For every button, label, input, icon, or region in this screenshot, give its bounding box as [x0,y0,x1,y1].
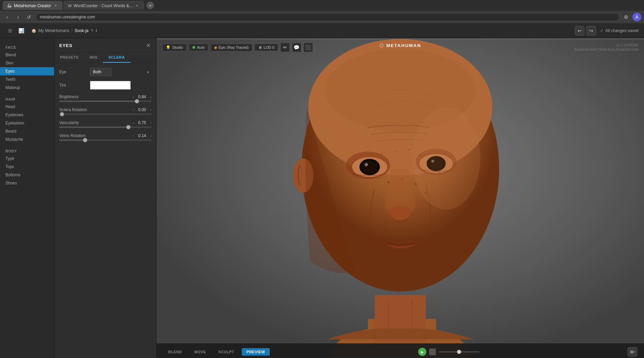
sclera-rotation-increase[interactable]: › [150,108,152,112]
studio-button[interactable]: 💡 Studio [162,44,187,51]
tab-close-button-2[interactable]: ✕ [135,3,139,8]
veins-rotation-track[interactable] [59,139,152,141]
vascularity-decrease[interactable]: ‹ [133,121,134,125]
svg-point-29 [412,107,481,210]
brightness-increase[interactable]: › [150,95,152,99]
tab-label-2: WordCounter - Count Words &... [74,3,132,8]
brightness-track[interactable] [59,101,152,102]
edit-icon[interactable]: ✎ [91,28,94,33]
preview-tab[interactable]: PREVIEW [242,348,270,356]
header-right: ↩ ↪ ✓ All changes saved [575,26,639,35]
sidebar-section-body: BODY [0,146,54,154]
tint-row: Tint [59,81,152,90]
sclera-rotation-label: Sclera Rotation [59,107,87,112]
strip-btn-chart[interactable]: 📊 [16,26,26,35]
tab-wordcounter[interactable]: W WordCounter - Count Words &... ✕ [64,1,144,10]
auto-button[interactable]: Auto [189,44,208,51]
sclera-rotation-track[interactable] [59,114,152,115]
panel-body: Eye Both Left Right Tint Brightness [54,63,156,151]
undo-button[interactable]: ↩ [575,26,584,35]
back-button[interactable]: ‹ [3,13,12,21]
sidebar-item-shoes[interactable]: Shoes [0,179,54,187]
image-icon: ⬛ [305,45,311,50]
veins-rotation-increase[interactable]: › [150,134,152,138]
svg-point-18 [402,178,403,180]
new-tab-button[interactable]: + [146,2,154,9]
strip-btn-grid[interactable]: ⊞ [5,26,15,35]
save-check-icon: ✓ [600,28,603,33]
panel-close-button[interactable]: ✕ [145,42,152,49]
hash-label: 8a245cd4-6e97-058b-8c2e-9cda03b22cbb [574,48,639,51]
stop-button[interactable] [429,348,436,355]
reload-button[interactable]: ↺ [25,13,33,21]
vascularity-increase[interactable]: › [150,121,152,125]
sidebar-item-skin[interactable]: Skin [0,59,54,67]
forward-button[interactable]: › [14,13,22,21]
tab-close-button[interactable]: ✕ [53,3,58,8]
tint-label: Tint [59,83,90,88]
redo-button[interactable]: ↪ [586,26,596,35]
profile-button[interactable]: A [632,13,641,21]
app-header: ⊞ 📊 🏠 My MetaHumans / Sook-ja ✎ ℹ ↩ ↪ ✓ … [0,23,644,38]
sidebar-item-makeup[interactable]: Makeup [0,84,54,92]
eye-select[interactable]: Both Left Right [90,68,111,76]
sidebar-item-bottoms[interactable]: Bottoms [0,171,54,179]
lod-button[interactable]: 🖥 LOD 0 [254,44,278,51]
address-bar[interactable] [35,13,619,21]
tab-iris[interactable]: IRIS [84,53,103,63]
sclera-rotation-decrease[interactable]: ‹ [133,108,134,112]
sidebar-item-eyelashes[interactable]: Eyelashes [0,119,54,127]
timeline-track[interactable] [439,351,480,353]
vascularity-controls: ‹ 0.75 › [133,120,152,125]
vascularity-track[interactable] [59,126,152,128]
viewport: 💡 Studio Auto ◆ Epic (Ray Traced) 🖥 LOD … [157,39,644,358]
studio-icon: 💡 [166,45,171,50]
chat-tool-button[interactable]: 💬 [292,43,301,52]
blend-tab[interactable]: BLEND [163,348,187,356]
breadcrumb-current: Sook-ja [75,28,89,33]
info-icon[interactable]: ℹ [96,28,97,33]
breadcrumb-home-icon: 🏠 [31,28,36,33]
breadcrumb-separator: / [72,28,73,33]
brightness-decrease[interactable]: ‹ [133,95,134,99]
svg-point-23 [408,149,410,151]
svg-point-17 [387,181,389,183]
sidebar-item-type[interactable]: Type [0,154,54,163]
tab-sclera[interactable]: SCLERA [103,53,130,63]
sidebar-item-beard[interactable]: Beard [0,127,54,135]
sclera-rotation-value: 0.00 [136,107,148,112]
breadcrumb-home-link[interactable]: My MetaHumans [38,28,69,33]
play-button[interactable]: ▶ [418,348,426,356]
tint-color-swatch[interactable] [90,81,131,90]
sidebar-item-mustache[interactable]: Mustache [0,135,54,144]
pencil-tool-button[interactable]: ✏ [280,43,290,52]
vascularity-value: 0.75 [136,120,148,125]
chat-icon: 💬 [294,45,299,50]
tab-presets[interactable]: PRESETS [54,53,84,63]
viewport-toolbar: 💡 Studio Auto ◆ Epic (Ray Traced) 🖥 LOD … [157,43,644,52]
sculpt-tab[interactable]: SCULPT [214,348,239,356]
sidebar-item-teeth[interactable]: Teeth [0,75,54,84]
sidebar-item-tops[interactable]: Tops [0,163,54,171]
image-tool-button[interactable]: ⬛ [303,43,313,52]
layout-button[interactable]: ⊞ ▾ [628,347,637,357]
viewport-info: v2.2.10246002 8a245cd4-6e97-058b-8c2e-9c… [574,43,639,51]
tab-metahuman[interactable]: 🦾 MetaHuman Creator ✕ [3,1,62,10]
brightness-slider-row: Brightness ‹ 0.84 › [59,94,152,102]
timeline-thumb[interactable] [457,350,461,354]
tab-bar: 🦾 MetaHuman Creator ✕ W WordCounter - Co… [0,0,644,11]
pencil-icon: ✏ [283,45,287,50]
tab-label-active: MetaHuman Creator [14,3,51,8]
ray-traced-button[interactable]: ◆ Epic (Ray Traced) [210,44,252,51]
sidebar-item-blend[interactable]: Blend [0,51,54,59]
browser-chrome: 🦾 MetaHuman Creator ✕ W WordCounter - Co… [0,0,644,24]
veins-rotation-label: Veins Rotation [59,133,85,138]
eye-selector-row: Eye Both Left Right [59,68,152,76]
layout-chevron: ▾ [633,350,635,354]
sidebar-item-eyebrows[interactable]: Eyebrows [0,111,54,119]
veins-rotation-decrease[interactable]: ‹ [133,134,134,138]
sidebar-item-head[interactable]: Head [0,103,54,111]
extensions-button[interactable]: ⚙ [622,13,630,21]
move-tab[interactable]: MOVE [189,348,210,356]
sidebar-item-eyes[interactable]: Eyes [0,67,54,75]
